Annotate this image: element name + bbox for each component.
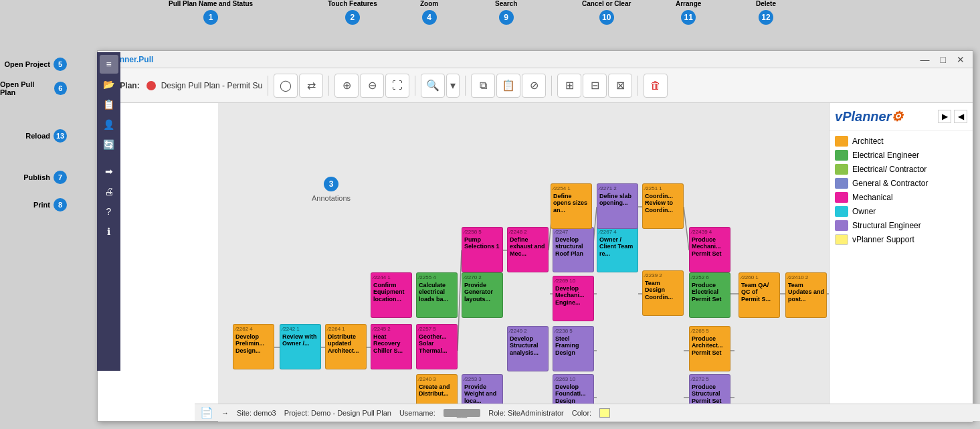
task-card-title-t24: Produce Mechani... Permit Set	[692, 236, 728, 258]
task-card-header-t12: ⁄2251 1	[645, 185, 681, 192]
task-card-t3[interactable]: ⁄2264 1Distribute updated Architect...	[325, 324, 367, 369]
arrange-3-button[interactable]: ⊠	[608, 74, 632, 98]
vplanner-support-label: vPlanner Support	[852, 235, 914, 244]
canvas-area[interactable]: ⁄2262 4Develop Prelimin... Design...⁄224…	[218, 103, 927, 422]
task-card-title-t3: Distribute updated Architect...	[328, 333, 364, 355]
sidebar-info-button[interactable]: ℹ	[100, 222, 118, 241]
task-card-t26[interactable]: ⁄2265 5Produce Architect... Permit Set	[689, 326, 730, 371]
sidebar-pullplan-button[interactable]: 📋	[100, 95, 118, 114]
task-card-t19[interactable]: ⁄2269 10Develop Mechani... Engine...	[553, 276, 594, 321]
task-card-title-t15: Provide Generator layouts...	[464, 282, 500, 303]
task-card-header-t23: ⁄2239 2	[645, 272, 681, 279]
task-card-t23[interactable]: ⁄2239 2Team Design Coordin...	[642, 270, 684, 316]
toolbar-separator-6	[638, 76, 638, 96]
task-card-t29[interactable]: ⁄22410 2Team Updates and post...	[785, 272, 827, 318]
badge-label-10: Cancel or Clear	[582, 0, 631, 7]
task-card-header-t21: ⁄2249 2	[510, 328, 546, 335]
task-card-t10[interactable]: ⁄2254 1Define opens sizes an...	[551, 183, 592, 229]
sidebar-folder-button[interactable]: 📂	[100, 75, 118, 94]
close-button[interactable]: ✕	[954, 54, 967, 65]
legend-section: Architect Electrical Engineer Electrical…	[829, 131, 973, 254]
task-card-header-t3: ⁄2264 1	[328, 326, 364, 333]
task-card-t1[interactable]: ⁄2262 4Develop Prelimin... Design...	[233, 324, 274, 369]
task-card-t7[interactable]: ⁄2248 2Define exhaust and Mec...	[507, 227, 549, 272]
main-window: vPlanner.Pull — □ ✕ Pull Plan: Design Pu…	[97, 50, 973, 422]
task-card-t8[interactable]: ⁄2247 Develop structural Roof Plan	[553, 227, 594, 272]
sidebar-menu-button[interactable]: ≡	[100, 55, 118, 74]
task-card-t28[interactable]: ⁄2260 1Team QA/ QC of Permit S...	[739, 272, 780, 318]
paste-button[interactable]: 📋	[496, 74, 520, 98]
search-button[interactable]: 🔍	[421, 74, 445, 98]
general-contractor-color-swatch	[835, 178, 848, 189]
task-card-t13[interactable]: ⁄2244 1Confirm Equipment location...	[371, 272, 412, 318]
vplanner-support-color-swatch	[835, 234, 848, 245]
task-card-t16[interactable]: ⁄2245 2Heat Recovery Chiller S...	[371, 324, 412, 369]
zoom-in-button[interactable]: ⊕	[334, 74, 359, 98]
minimize-button[interactable]: —	[918, 54, 933, 65]
arrange-2-button[interactable]: ⊟	[583, 74, 607, 98]
vplanner-logo: vPlanner⚙	[835, 108, 903, 124]
task-card-t25[interactable]: ⁄2252 6Produce Electrical Permit Set	[689, 272, 730, 318]
architect-label: Architect	[852, 137, 884, 146]
sidebar-help-button[interactable]: ?	[100, 202, 118, 221]
task-card-t12[interactable]: ⁄2251 1Coordin... Review to Coordin...	[642, 183, 684, 229]
toolbar-separator-3	[415, 76, 415, 96]
sidebar-publish-button[interactable]: ➡	[100, 162, 118, 181]
circle-tool-button[interactable]: ◯	[274, 74, 298, 98]
search-dropdown-button[interactable]: ▾	[446, 74, 460, 98]
badge-12: 12	[759, 10, 773, 25]
task-card-t14[interactable]: ⁄2255 4Calculate electrical loads ba...	[416, 272, 458, 318]
task-card-header-t28: ⁄2260 1	[741, 274, 777, 281]
electrical-engineer-color-swatch	[835, 150, 848, 161]
arrange-1-button[interactable]: ⊞	[557, 74, 581, 98]
window-controls[interactable]: — □ ✕	[918, 54, 967, 65]
status-project: Project: Demo - Design Pull Plan	[284, 409, 391, 417]
task-card-t24[interactable]: ⁄22439 4Produce Mechani... Permit Set	[689, 227, 730, 272]
task-card-t2[interactable]: ⁄2242 1Review with Owner /...	[280, 324, 321, 369]
task-card-title-t11: Define slab opening...	[599, 193, 635, 207]
publish-text: Publish	[23, 173, 50, 181]
touch-feature-button[interactable]: ⇄	[299, 74, 323, 98]
task-card-t15[interactable]: ⁄2270 2Provide Generator layouts...	[462, 272, 503, 318]
legend-item-vplanner-support: vPlanner Support	[835, 234, 967, 245]
copy-button[interactable]: ⧉	[471, 74, 495, 98]
task-card-header-t26: ⁄2265 5	[692, 328, 728, 335]
panel-arrow-right[interactable]: ▶	[938, 110, 951, 123]
print-label: Print 8	[33, 198, 67, 211]
task-card-title-t23: Team Design Coordin...	[645, 280, 681, 301]
task-card-title-t10: Define opens sizes an...	[553, 193, 589, 214]
maximize-button[interactable]: □	[938, 54, 949, 65]
title-bar: vPlanner.Pull — □ ✕	[98, 51, 973, 68]
task-card-title-t20: Steel Framing Design	[555, 335, 591, 357]
svg-line-7	[684, 207, 689, 250]
task-card-title-t26: Produce Architect... Permit Set	[692, 335, 728, 357]
task-card-t21[interactable]: ⁄2249 2Develop Structural analysis...	[507, 326, 549, 371]
status-icon: 📄	[200, 406, 213, 419]
sidebar-person-button[interactable]: 👤	[100, 115, 118, 134]
print-badge: 8	[54, 198, 67, 211]
left-sidebar: ≡ 📂 📋 👤 🔄 ➡ 🖨 ? ℹ	[97, 52, 120, 371]
structural-label: Structural Engineer	[852, 221, 921, 230]
task-card-t9[interactable]: ⁄2267 4Owner / Client Team re...	[597, 227, 638, 272]
task-card-t20[interactable]: ⁄2238 5Steel Framing Design	[553, 326, 594, 371]
task-card-header-t14: ⁄2255 4	[419, 274, 455, 281]
delete-button[interactable]: 🗑	[644, 74, 668, 98]
toolbar-separator-5	[551, 76, 552, 96]
legend-item-electrical-engineer: Electrical Engineer	[835, 150, 967, 161]
task-card-header-t18: ⁄2253 3	[464, 376, 500, 383]
status-color-box	[599, 408, 610, 418]
legend-item-architect: Architect	[835, 136, 967, 147]
task-card-t11[interactable]: ⁄2271 2Define slab opening...	[597, 183, 638, 229]
task-card-title-t29: Team Updates and post...	[788, 282, 824, 303]
clear-button[interactable]: ⊘	[522, 74, 546, 98]
toolbar: Pull Plan: Design Pull Plan - Permit Su …	[98, 68, 973, 103]
badge-4: 4	[422, 10, 437, 25]
sidebar-reload-button[interactable]: 🔄	[100, 135, 118, 154]
panel-arrow-left[interactable]: ◀	[954, 110, 967, 123]
fit-screen-button[interactable]: ⛶	[385, 74, 409, 98]
task-card-t5[interactable]: ⁄2257 5Geother... Solar Thermal...	[416, 324, 458, 369]
zoom-out-button[interactable]: ⊖	[360, 74, 384, 98]
badge-label-1: Pull Plan Name and Status	[169, 0, 253, 7]
task-card-t6[interactable]: ⁄2258 5Pump Selections 1	[462, 227, 503, 272]
sidebar-print-button[interactable]: 🖨	[100, 182, 118, 201]
